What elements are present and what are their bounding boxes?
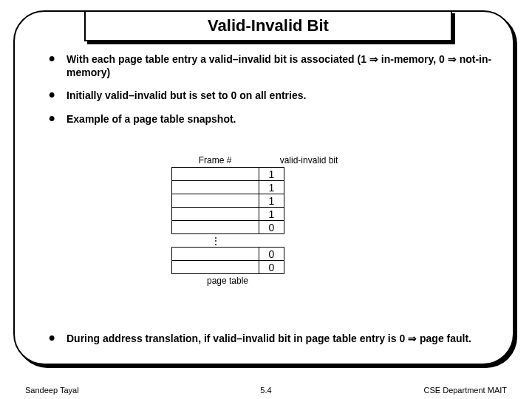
col-header-frame: Frame # — [171, 155, 259, 166]
bit-cell: 0 — [259, 261, 284, 274]
slide-footer: Sandeep Tayal 5.4 CSE Department MAIT — [0, 386, 532, 395]
bit-cell: 1 — [259, 208, 284, 221]
table-row: 1 — [172, 194, 284, 208]
slide-title: Valid-Invalid Bit — [208, 16, 329, 35]
slide: Valid-Invalid Bit With each page table e… — [0, 0, 532, 399]
bit-cell: 1 — [259, 194, 284, 208]
table-gap-row: ⋮ — [172, 234, 284, 248]
table-row: 1 — [172, 168, 284, 181]
table-caption: page table — [171, 276, 284, 286]
title-box: Valid-Invalid Bit — [84, 10, 452, 41]
vdots-icon: ⋮ — [172, 234, 259, 248]
bit-cell: 1 — [259, 181, 284, 194]
page-table-diagram: Frame # valid-invalid bit 1 1 1 1 0 ⋮ 0 … — [171, 155, 355, 286]
table-row: 0 — [172, 248, 284, 261]
table-row: 0 — [172, 261, 284, 274]
bullet-list: With each page table entry a valid–inval… — [49, 53, 492, 136]
col-header-valid-bit: valid-invalid bit — [259, 155, 355, 166]
bullet-2: Initially valid–invalid but is set to 0 … — [49, 89, 492, 103]
footer-page-number: 5.4 — [0, 386, 532, 395]
bullet-3: Example of a page table snapshot. — [49, 113, 492, 126]
bit-cell: 1 — [259, 168, 284, 181]
bullet-4: During address translation, if valid–inv… — [49, 332, 499, 346]
bullet-4-wrap: During address translation, if valid–inv… — [49, 332, 499, 356]
table-row: 0 — [172, 221, 284, 234]
bit-cell: 0 — [259, 221, 284, 234]
bit-cell: 0 — [259, 248, 284, 261]
table-row: 1 — [172, 208, 284, 221]
bullet-1: With each page table entry a valid–inval… — [49, 53, 492, 79]
table-row: 1 — [172, 181, 284, 194]
page-table: 1 1 1 1 0 ⋮ 0 0 — [171, 167, 284, 274]
